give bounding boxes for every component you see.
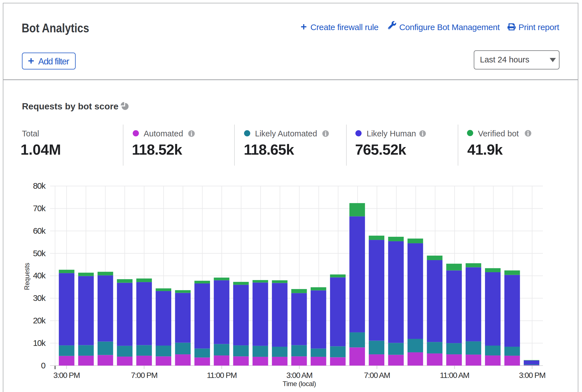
svg-text:3:00 PM: 3:00 PM bbox=[519, 371, 545, 380]
svg-text:11:00 AM: 11:00 AM bbox=[440, 371, 469, 380]
svg-text:Time (local): Time (local) bbox=[283, 380, 316, 388]
svg-text:7:00 AM: 7:00 AM bbox=[364, 371, 390, 380]
svg-text:30k: 30k bbox=[33, 293, 46, 303]
svg-text:50k: 50k bbox=[33, 249, 46, 258]
svg-text:3:00 AM: 3:00 AM bbox=[286, 371, 312, 380]
svg-text:70k: 70k bbox=[33, 204, 46, 213]
svg-text:20k: 20k bbox=[33, 316, 46, 325]
svg-text:60k: 60k bbox=[33, 226, 46, 235]
svg-text:3:00 PM: 3:00 PM bbox=[53, 371, 80, 380]
svg-text:Requests: Requests bbox=[23, 263, 31, 290]
svg-text:80k: 80k bbox=[33, 181, 46, 190]
svg-text:0: 0 bbox=[41, 361, 46, 370]
svg-text:10k: 10k bbox=[33, 338, 46, 348]
svg-text:40k: 40k bbox=[33, 271, 46, 280]
svg-text:11:00 PM: 11:00 PM bbox=[207, 371, 237, 380]
svg-text:7:00 PM: 7:00 PM bbox=[131, 371, 157, 380]
